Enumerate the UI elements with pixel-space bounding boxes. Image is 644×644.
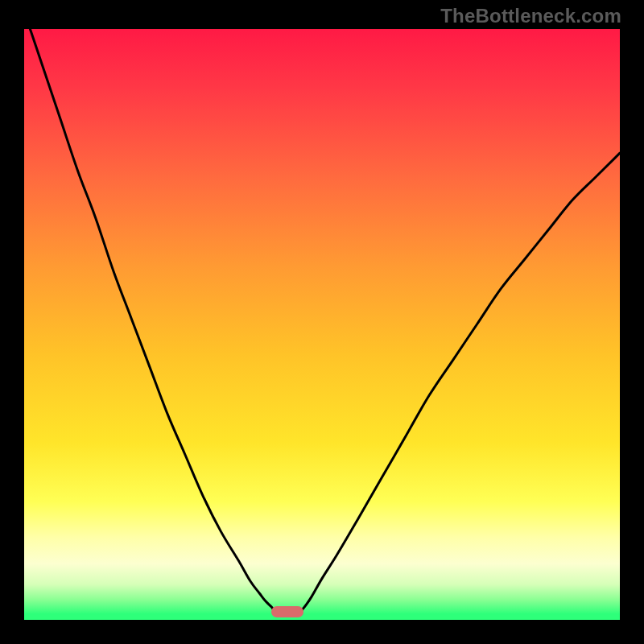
bottleneck-curve <box>24 29 620 620</box>
curve-right-branch <box>298 153 620 614</box>
optimum-marker <box>271 606 303 617</box>
chart-frame: TheBottleneck.com <box>0 0 644 644</box>
plot-area <box>24 29 620 620</box>
curve-left-branch <box>24 29 278 614</box>
watermark-text: TheBottleneck.com <box>440 5 621 27</box>
